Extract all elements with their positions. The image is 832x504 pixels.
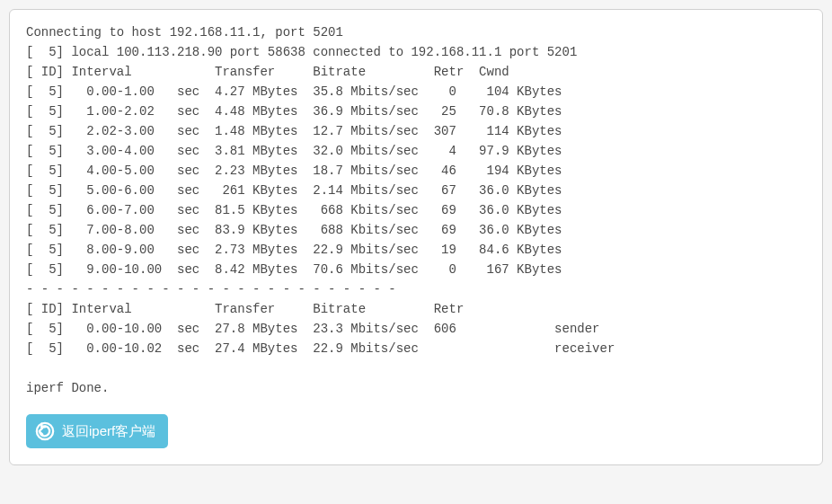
table-row: [ 5] 2.02-3.00 sec 1.48 MBytes 12.7 Mbit… (26, 124, 562, 138)
table-row: [ 5] 1.00-2.02 sec 4.48 MBytes 36.9 Mbit… (26, 104, 562, 119)
back-button[interactable]: 返回iperf客户端 (26, 414, 168, 448)
table-row: [ 5] 7.00-8.00 sec 83.9 KBytes 688 Kbits… (26, 223, 562, 237)
connecting-line: Connecting to host 192.168.11.1, port 52… (26, 25, 343, 40)
separator-line: - - - - - - - - - - - - - - - - - - - - … (26, 282, 396, 296)
done-line: iperf Done. (26, 381, 109, 395)
summary-header: [ ID] Interval Transfer Bitrate Retr (26, 302, 464, 316)
summary-row: [ 5] 0.00-10.00 sec 27.8 MBytes 23.3 Mbi… (26, 322, 600, 336)
table-row: [ 5] 3.00-4.00 sec 3.81 MBytes 32.0 Mbit… (26, 144, 562, 158)
table-row: [ 5] 8.00-9.00 sec 2.73 MBytes 22.9 Mbit… (26, 243, 562, 257)
table-row: [ 5] 6.00-7.00 sec 81.5 KBytes 668 Kbits… (26, 203, 562, 217)
undo-icon (35, 421, 55, 441)
terminal-output: Connecting to host 192.168.11.1, port 52… (26, 22, 806, 398)
summary-row: [ 5] 0.00-10.02 sec 27.4 MBytes 22.9 Mbi… (26, 341, 615, 356)
header-line: [ ID] Interval Transfer Bitrate Retr Cwn… (26, 65, 509, 79)
table-row: [ 5] 5.00-6.00 sec 261 KBytes 2.14 Mbits… (26, 183, 562, 198)
table-row: [ 5] 9.00-10.00 sec 8.42 MBytes 70.6 Mbi… (26, 262, 562, 277)
back-button-label: 返回iperf客户端 (62, 423, 155, 440)
local-line: [ 5] local 100.113.218.90 port 58638 con… (26, 45, 577, 59)
table-row: [ 5] 4.00-5.00 sec 2.23 MBytes 18.7 Mbit… (26, 164, 562, 178)
output-panel: Connecting to host 192.168.11.1, port 52… (9, 9, 823, 465)
table-row: [ 5] 0.00-1.00 sec 4.27 MBytes 35.8 Mbit… (26, 84, 562, 99)
